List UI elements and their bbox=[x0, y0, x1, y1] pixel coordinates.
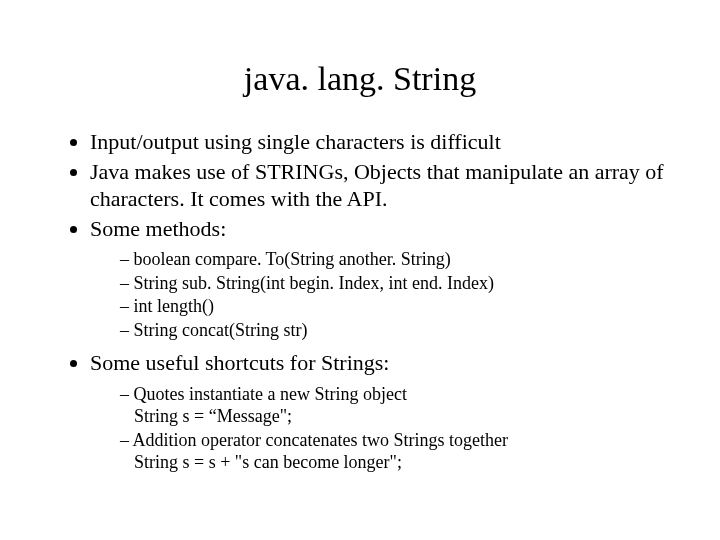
sub-item-code: String s = s + "s can become longer"; bbox=[134, 451, 670, 474]
bullet-item: Input/output using single characters is … bbox=[90, 128, 670, 156]
sub-list-methods: boolean compare. To(String another. Stri… bbox=[90, 248, 670, 341]
sub-item: boolean compare. To(String another. Stri… bbox=[120, 248, 670, 271]
bullet-item: Some useful shortcuts for Strings: Quote… bbox=[90, 349, 670, 474]
sub-item: Quotes instantiate a new String object S… bbox=[120, 383, 670, 428]
bullet-text: Some methods: bbox=[90, 216, 226, 241]
sub-item: String sub. String(int begin. Index, int… bbox=[120, 272, 670, 295]
bullet-item: Some methods: boolean compare. To(String… bbox=[90, 215, 670, 342]
sub-item: Addition operator concatenates two Strin… bbox=[120, 429, 670, 474]
sub-item-line: Quotes instantiate a new String object bbox=[134, 384, 407, 404]
sub-item-code: String s = “Message"; bbox=[134, 405, 670, 428]
bullet-text: Some useful shortcuts for Strings: bbox=[90, 350, 389, 375]
sub-item: int length() bbox=[120, 295, 670, 318]
bullet-list: Input/output using single characters is … bbox=[50, 128, 670, 474]
sub-item-line: Addition operator concatenates two Strin… bbox=[133, 430, 508, 450]
slide-title: java. lang. String bbox=[50, 60, 670, 98]
slide: java. lang. String Input/output using si… bbox=[0, 0, 720, 540]
sub-list-shortcuts: Quotes instantiate a new String object S… bbox=[90, 383, 670, 474]
bullet-item: Java makes use of STRINGs, Objects that … bbox=[90, 158, 670, 213]
sub-item: String concat(String str) bbox=[120, 319, 670, 342]
